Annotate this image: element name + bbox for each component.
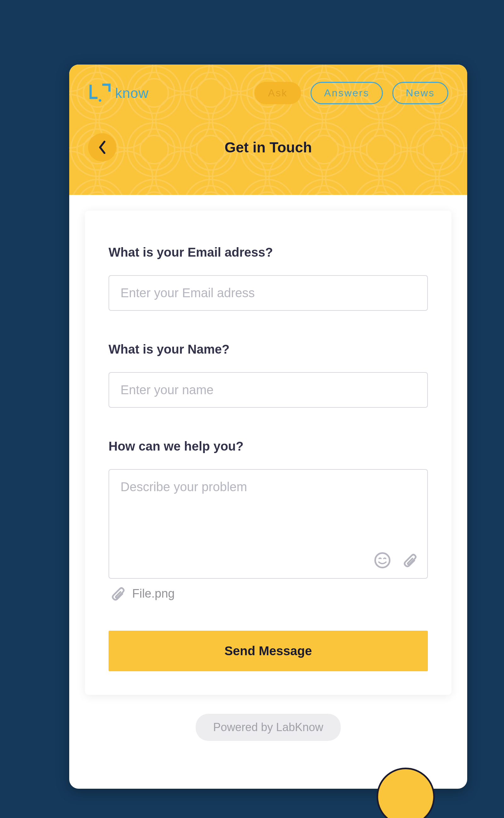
- chevron-left-icon: [98, 140, 107, 155]
- email-input[interactable]: [109, 275, 428, 311]
- textarea-toolbar: [374, 552, 418, 570]
- title-row: Get in Touch: [88, 139, 448, 156]
- powered-by-badge[interactable]: Powered by LabKnow: [196, 714, 340, 741]
- help-label: How can we help you?: [109, 439, 428, 453]
- emoji-button[interactable]: [374, 552, 391, 570]
- back-button[interactable]: [88, 133, 116, 161]
- widget-header: know Ask Answers News Get in Touch: [69, 64, 467, 195]
- page-title: Get in Touch: [88, 139, 448, 156]
- contact-form-card: What is your Email adress? What is your …: [85, 211, 451, 695]
- paperclip-icon: [400, 552, 418, 569]
- svg-point-9: [375, 553, 390, 568]
- paperclip-icon: [109, 585, 126, 602]
- contact-widget: know Ask Answers News Get in Touch What …: [69, 64, 467, 789]
- message-input-wrap: [109, 469, 428, 579]
- nav-tab-ask[interactable]: Ask: [255, 82, 301, 104]
- brand-logo: know: [88, 82, 149, 104]
- attachment-filename: File.png: [132, 587, 175, 600]
- emoji-icon: [374, 552, 391, 569]
- logo-text: know: [115, 85, 149, 101]
- svg-point-8: [99, 99, 101, 102]
- attach-button[interactable]: [400, 552, 418, 570]
- name-input[interactable]: [109, 372, 428, 408]
- send-message-button[interactable]: Send Message: [109, 631, 428, 671]
- nav-tab-answers[interactable]: Answers: [311, 82, 383, 104]
- attachment-row[interactable]: File.png: [109, 585, 428, 602]
- nav-tab-news[interactable]: News: [392, 82, 448, 104]
- header-top-row: know Ask Answers News: [88, 82, 448, 104]
- email-label: What is your Email adress?: [109, 245, 428, 260]
- logo-mark-icon: [88, 82, 111, 104]
- name-label: What is your Name?: [109, 342, 428, 356]
